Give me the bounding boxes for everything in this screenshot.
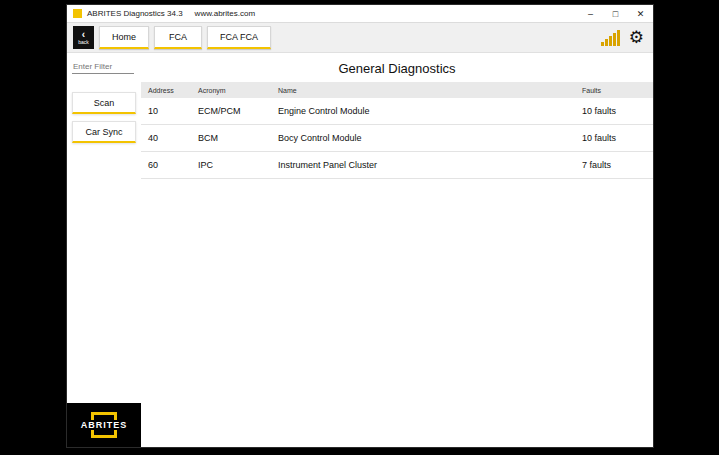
table-row[interactable]: 60 IPC Instrument Panel Cluster 7 faults bbox=[141, 152, 653, 179]
minimize-icon: – bbox=[588, 9, 593, 19]
cell-acronym: ECM/PCM bbox=[191, 106, 271, 116]
table-row[interactable]: 40 BCM Bocy Control Module 10 faults bbox=[141, 125, 653, 152]
toolbar: ‹ back Home FCA FCA FCA ⚙ bbox=[67, 23, 653, 53]
cell-name: Instrument Panel Cluster bbox=[271, 160, 575, 170]
content-area: Scan Car Sync ABRITES General Diagnostic… bbox=[67, 53, 653, 447]
page-title: General Diagnostics bbox=[141, 58, 653, 80]
titlebar: ABRITES Diagnostics 34.3 www.abrites.com… bbox=[67, 5, 653, 23]
cell-address: 40 bbox=[141, 133, 191, 143]
cell-name: Engine Control Module bbox=[271, 106, 575, 116]
settings-gear-icon[interactable]: ⚙ bbox=[629, 29, 644, 46]
maximize-button[interactable]: □ bbox=[603, 5, 628, 22]
sidebar-item-car-sync-label: Car Sync bbox=[85, 127, 122, 137]
back-button[interactable]: ‹ back bbox=[73, 26, 94, 49]
sidebar-item-car-sync[interactable]: Car Sync bbox=[72, 121, 136, 143]
tab-fca[interactable]: FCA bbox=[154, 26, 202, 49]
tab-fca-fca[interactable]: FCA FCA bbox=[207, 26, 271, 49]
abrites-logo: ABRITES bbox=[67, 403, 141, 447]
screen-background: { "window": { "title": "ABRITES Diagnost… bbox=[0, 0, 719, 455]
tab-home-label: Home bbox=[112, 32, 136, 42]
table-row[interactable]: 10 ECM/PCM Engine Control Module 10 faul… bbox=[141, 98, 653, 125]
app-icon bbox=[73, 9, 82, 18]
column-header-faults: Faults bbox=[575, 87, 653, 94]
filter-input[interactable] bbox=[72, 60, 134, 74]
cell-name: Bocy Control Module bbox=[271, 133, 575, 143]
tab-fca-label: FCA bbox=[169, 32, 187, 42]
sidebar-item-scan-label: Scan bbox=[94, 98, 115, 108]
cell-faults: 7 faults bbox=[575, 160, 653, 170]
toolbar-right-group: ⚙ bbox=[601, 29, 644, 46]
back-chevron-icon: ‹ bbox=[82, 30, 85, 39]
abrites-logo-text: ABRITES bbox=[80, 420, 129, 430]
close-button[interactable]: ✕ bbox=[628, 5, 653, 22]
column-header-name: Name bbox=[271, 87, 575, 94]
cell-acronym: IPC bbox=[191, 160, 271, 170]
window-controls: – □ ✕ bbox=[578, 5, 653, 22]
cell-faults: 10 faults bbox=[575, 106, 653, 116]
tab-home[interactable]: Home bbox=[99, 26, 149, 49]
window-title-url: www.abrites.com bbox=[195, 9, 255, 18]
column-header-address: Address bbox=[141, 87, 191, 94]
maximize-icon: □ bbox=[613, 9, 618, 19]
close-icon: ✕ bbox=[637, 9, 645, 19]
back-button-label: back bbox=[78, 39, 89, 45]
cell-faults: 10 faults bbox=[575, 133, 653, 143]
sidebar-item-scan[interactable]: Scan bbox=[72, 92, 136, 114]
signal-bars-icon bbox=[601, 29, 620, 46]
column-header-acronym: Acronym bbox=[191, 87, 271, 94]
main-panel: General Diagnostics Address Acronym Name… bbox=[141, 53, 653, 447]
cell-acronym: BCM bbox=[191, 133, 271, 143]
window-title: ABRITES Diagnostics 34.3 bbox=[87, 9, 183, 18]
table-header: Address Acronym Name Faults bbox=[141, 82, 653, 98]
cell-address: 10 bbox=[141, 106, 191, 116]
minimize-button[interactable]: – bbox=[578, 5, 603, 22]
app-window: ABRITES Diagnostics 34.3 www.abrites.com… bbox=[66, 4, 654, 448]
cell-address: 60 bbox=[141, 160, 191, 170]
tab-fca-fca-label: FCA FCA bbox=[220, 32, 258, 42]
sidebar: Scan Car Sync ABRITES bbox=[67, 53, 141, 447]
